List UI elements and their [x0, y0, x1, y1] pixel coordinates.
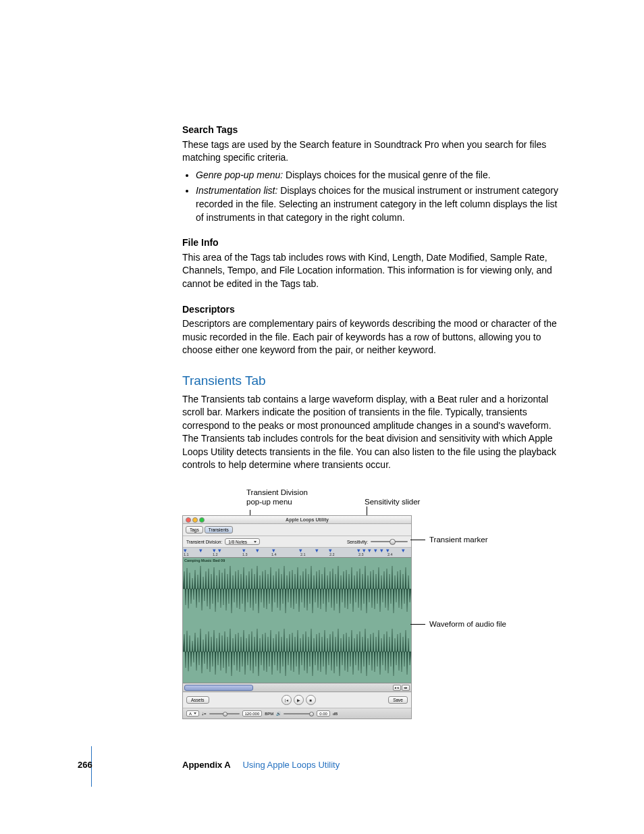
ruler-tick: 2.2: [329, 552, 335, 556]
slider-thumb[interactable]: [390, 539, 396, 545]
callout-transient-division: Transient Division pop-up menu: [246, 488, 308, 507]
callout-transient-marker: Transient marker: [410, 536, 488, 544]
save-button[interactable]: Save: [388, 696, 408, 704]
transient-marker-icon: ▾: [315, 548, 319, 553]
para-descriptors: Descriptors are complementary pairs of k…: [182, 317, 567, 357]
chevron-down-icon: [194, 712, 196, 714]
tab-transients[interactable]: Transients: [205, 526, 233, 533]
heading-file-info: File Info: [182, 236, 567, 250]
window-title: Apple Loops Utility: [206, 517, 408, 522]
ruler-tick: 1.2: [213, 552, 218, 556]
volume-slider[interactable]: [284, 713, 314, 714]
bottom-status-bar: A ♩= 120.000 BPM 🔊 0.00 dB: [183, 708, 411, 719]
playback-toolbar: Assets |◂ ▶ ■ Save: [183, 692, 411, 708]
chevron-down-icon: [254, 541, 257, 543]
key-popup[interactable]: A: [186, 710, 199, 716]
transient-division-label: Transient Division:: [186, 540, 222, 544]
page-footer: 266 Appendix A Using Apple Loops Utility: [78, 760, 566, 770]
volume-icon: 🔊: [276, 711, 281, 716]
horizontal-scrollbar[interactable]: ▸◂ ◂▸: [183, 683, 411, 692]
ruler-tick: 1.3: [242, 552, 248, 556]
popup-value: 1/8 Notes: [228, 540, 247, 544]
list-item: Instrumentation list: Displays choices f…: [196, 184, 567, 224]
text: Displays choices for the musical genre o…: [283, 170, 490, 180]
page-number: 266: [78, 760, 92, 770]
sensitivity-label: Sensitivity:: [347, 540, 368, 544]
slider-thumb[interactable]: [309, 712, 314, 716]
beat-ruler: ▾ ▾ ▾ ▾ ▾ ▾ ▾ ▾ ▾ ▾ ▾ ▾ ▾ ▾ ▾ ▾ ▾ 1.1 1.…: [183, 548, 411, 558]
transient-marker-icon: ▾: [374, 548, 377, 553]
transient-marker-icon: ▾: [368, 548, 371, 553]
db-field[interactable]: 0.00: [317, 710, 330, 716]
track-name-label: Camping Music Bed 09: [184, 558, 225, 563]
slider-thumb[interactable]: [223, 712, 227, 716]
figure-apple-loops-utility: Transient Division pop-up menu Sensitivi…: [182, 488, 601, 719]
transient-marker-icon: ▾: [199, 548, 203, 553]
play-button[interactable]: ▶: [294, 695, 304, 705]
ruler-tick: 1.1: [184, 552, 189, 556]
para-file-info: This area of the Tags tab includes rows …: [182, 251, 567, 291]
list-search-tags: Genre pop-up menu: Displays choices for …: [182, 169, 567, 224]
ruler-tick: 2.3: [358, 552, 364, 556]
footer-title: Using Apple Loops Utility: [242, 760, 340, 770]
stop-button[interactable]: ■: [306, 695, 316, 705]
para-search-tags: These tags are used by the Search featur…: [182, 138, 567, 165]
scroll-thumb[interactable]: [184, 685, 253, 691]
para-transients: The Transients tab contains a large wave…: [182, 393, 567, 473]
tab-tags[interactable]: Tags: [186, 526, 203, 533]
tempo-unit: BPM: [265, 712, 273, 716]
term-genre: Genre pop-up menu:: [196, 170, 283, 180]
zoom-out-button[interactable]: ▸◂: [393, 685, 401, 691]
ruler-tick: 2.1: [300, 552, 306, 556]
tempo-slider[interactable]: [209, 713, 240, 714]
callout-waveform: Waveform of audio file: [410, 620, 506, 628]
heading-transients-tab: Transients Tab: [182, 372, 567, 390]
transient-marker-icon: ▾: [218, 548, 221, 553]
ruler-tick: 1.4: [271, 552, 277, 556]
db-unit: dB: [333, 712, 338, 716]
tempo-field[interactable]: 120.000: [242, 710, 263, 716]
transient-division-popup[interactable]: 1/8 Notes: [225, 538, 260, 545]
transient-marker-icon: ▾: [402, 548, 405, 553]
term-instrumentation: Instrumentation list:: [196, 185, 277, 196]
sensitivity-slider[interactable]: [371, 541, 408, 542]
heading-descriptors: Descriptors: [182, 303, 567, 317]
controls-row: Transient Division: 1/8 Notes Sensitivit…: [183, 536, 411, 548]
waveform-icon: [183, 558, 411, 683]
window-titlebar: Apple Loops Utility: [183, 516, 411, 524]
transient-marker-icon: ▾: [380, 548, 383, 553]
go-to-start-button[interactable]: |◂: [281, 695, 292, 705]
tab-bar: Tags Transients: [183, 524, 411, 536]
waveform-display[interactable]: Camping Music Bed 09: [183, 558, 411, 683]
zoom-icon[interactable]: [199, 517, 205, 523]
minimize-icon[interactable]: [192, 517, 198, 523]
ruler-tick: 2.4: [387, 552, 393, 556]
list-item: Genre pop-up menu: Displays choices for …: [196, 169, 567, 182]
apple-loops-utility-window: Apple Loops Utility Tags Transients Tran…: [182, 515, 412, 719]
zoom-in-button[interactable]: ◂▸: [402, 685, 410, 691]
footer-appendix: Appendix A: [182, 760, 231, 770]
transient-marker-icon: ▾: [256, 548, 259, 553]
assets-button[interactable]: Assets: [186, 696, 209, 704]
close-icon[interactable]: [186, 517, 191, 523]
heading-search-tags: Search Tags: [182, 124, 567, 137]
callout-sensitivity-slider: Sensitivity slider: [365, 498, 420, 506]
tempo-icon: ♩=: [202, 711, 207, 716]
